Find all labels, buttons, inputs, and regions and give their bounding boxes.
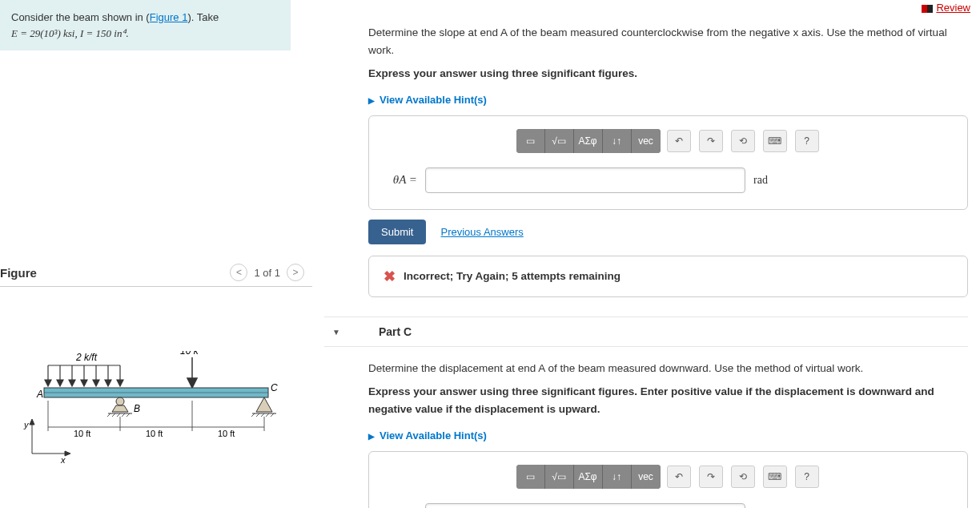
pager-next-button[interactable]: > <box>287 264 304 281</box>
partb-hints-label: View Available Hint(s) <box>380 94 487 106</box>
tool-greek-button[interactable]: ΑΣφ <box>574 465 603 489</box>
pager-prev-button[interactable]: < <box>230 264 247 281</box>
svg-marker-2 <box>45 380 51 386</box>
partb-feedback-text: Incorrect; Try Again; 5 attempts remaini… <box>404 270 621 282</box>
svg-marker-14 <box>117 380 123 386</box>
partc-prompt-text: Determine the displacement at end A of t… <box>368 362 863 374</box>
review-link[interactable]: Review <box>922 2 970 14</box>
partb-instruction: Express your answer using three signific… <box>368 65 968 83</box>
axis-y: y <box>23 420 30 429</box>
tool-vec-button[interactable]: vec <box>632 129 661 153</box>
svg-line-25 <box>122 413 125 417</box>
tool-fraction-icon[interactable]: √▭ <box>545 465 574 489</box>
svg-marker-4 <box>57 380 63 386</box>
collapse-icon <box>332 325 340 337</box>
svg-marker-20 <box>112 405 128 412</box>
dim3-label: 10 ft <box>218 429 235 438</box>
partc-instruction: Express your answer using three signific… <box>368 383 968 417</box>
tool-subscript-icon[interactable]: ↓↑ <box>603 129 632 153</box>
tool-subscript-icon[interactable]: ↓↑ <box>603 465 632 489</box>
partc-hints-toggle[interactable]: View Available Hint(s) <box>368 429 487 441</box>
label-c: C <box>271 382 278 393</box>
incorrect-icon: ✖ <box>384 268 396 285</box>
partb-answer-label: θA = <box>385 173 417 187</box>
partc-toolbar: ▭ √▭ ΑΣφ ↓↑ vec ↶ ↷ ⟲ ⌨ ? <box>385 465 951 489</box>
tool-template-icon[interactable]: ▭ <box>516 129 545 153</box>
problem-values: E = 29(10³) ksi, I = 150 in⁴. <box>11 27 129 39</box>
dist-load-label: 2 k/ft <box>75 352 98 363</box>
dim2-label: 10 ft <box>146 429 163 438</box>
partc-title: Part C <box>379 325 412 338</box>
svg-marker-44 <box>65 451 70 456</box>
svg-point-19 <box>116 397 124 405</box>
undo-icon[interactable]: ↶ <box>667 130 691 152</box>
tool-fraction-icon[interactable]: √▭ <box>545 129 574 153</box>
svg-line-31 <box>261 413 264 417</box>
help-icon[interactable]: ? <box>795 466 819 488</box>
problem-text-post: ). Take <box>187 11 219 23</box>
svg-line-24 <box>117 413 120 417</box>
svg-line-30 <box>256 413 259 417</box>
svg-line-22 <box>107 413 110 417</box>
redo-icon[interactable]: ↷ <box>699 466 723 488</box>
figure-link[interactable]: Figure 1 <box>150 11 188 23</box>
svg-line-33 <box>271 413 274 417</box>
svg-line-29 <box>251 413 255 417</box>
label-a: A <box>36 389 43 400</box>
tool-vec-button[interactable]: vec <box>632 465 661 489</box>
partb-unit: rad <box>753 174 768 187</box>
point-load-label: 10 k <box>180 351 199 357</box>
svg-line-23 <box>112 413 115 417</box>
redo-icon[interactable]: ↷ <box>699 130 723 152</box>
tool-template-icon[interactable]: ▭ <box>516 465 545 489</box>
figure-pager: < 1 of 1 > <box>230 264 304 281</box>
partb-answer-box: ▭ √▭ ΑΣφ ↓↑ vec ↶ ↷ ⟲ ⌨ ? θA = rad <box>368 115 968 210</box>
partc-answer-input[interactable] <box>425 503 745 508</box>
label-b: B <box>134 403 140 414</box>
partb-prompt-text: Determine the slope at end A of the beam… <box>368 26 947 56</box>
partb-prompt: Determine the slope at end A of the beam… <box>368 24 968 83</box>
tool-greek-button[interactable]: ΑΣφ <box>574 129 603 153</box>
svg-marker-43 <box>30 419 34 425</box>
partb-submit-button[interactable]: Submit <box>368 220 426 244</box>
svg-marker-10 <box>93 380 99 386</box>
undo-icon[interactable]: ↶ <box>667 466 691 488</box>
partc-answer-box: ▭ √▭ ΑΣφ ↓↑ vec ↶ ↷ ⟲ ⌨ ? ΔA = in. <box>368 451 968 508</box>
svg-marker-12 <box>105 380 111 386</box>
partb-previous-answers-link[interactable]: Previous Answers <box>440 226 523 238</box>
partb-feedback: ✖ Incorrect; Try Again; 5 attempts remai… <box>368 256 968 297</box>
axis-x: x <box>60 455 66 463</box>
keyboard-icon[interactable]: ⌨ <box>763 466 787 488</box>
keyboard-icon[interactable]: ⌨ <box>763 130 787 152</box>
svg-line-26 <box>127 413 130 417</box>
expand-icon <box>368 429 375 441</box>
svg-marker-16 <box>187 378 197 388</box>
reset-icon[interactable]: ⟲ <box>731 466 755 488</box>
svg-marker-27 <box>256 397 272 412</box>
partb-answer-input[interactable] <box>425 167 745 193</box>
partc-header[interactable]: Part C <box>324 316 968 347</box>
partb-hints-toggle[interactable]: View Available Hint(s) <box>368 94 487 106</box>
svg-line-32 <box>266 413 269 417</box>
svg-marker-8 <box>81 380 87 386</box>
partc-hints-label: View Available Hint(s) <box>380 429 487 441</box>
reset-icon[interactable]: ⟲ <box>731 130 755 152</box>
help-icon[interactable]: ? <box>795 130 819 152</box>
figure-diagram: 2 k/ft 10 k A B C <box>0 351 312 479</box>
svg-marker-6 <box>69 380 75 386</box>
figure-header: Figure < 1 of 1 > <box>0 259 312 287</box>
pager-count: 1 of 1 <box>254 267 280 279</box>
dim1-label: 10 ft <box>74 429 90 438</box>
expand-icon <box>368 94 375 106</box>
problem-statement: Consider the beam shown in (Figure 1). T… <box>0 0 291 50</box>
partb-toolbar: ▭ √▭ ΑΣφ ↓↑ vec ↶ ↷ ⟲ ⌨ ? <box>385 129 951 153</box>
partc-prompt: Determine the displacement at end A of t… <box>368 360 968 418</box>
figure-title: Figure <box>0 266 37 280</box>
problem-text-pre: Consider the beam shown in ( <box>11 11 150 23</box>
